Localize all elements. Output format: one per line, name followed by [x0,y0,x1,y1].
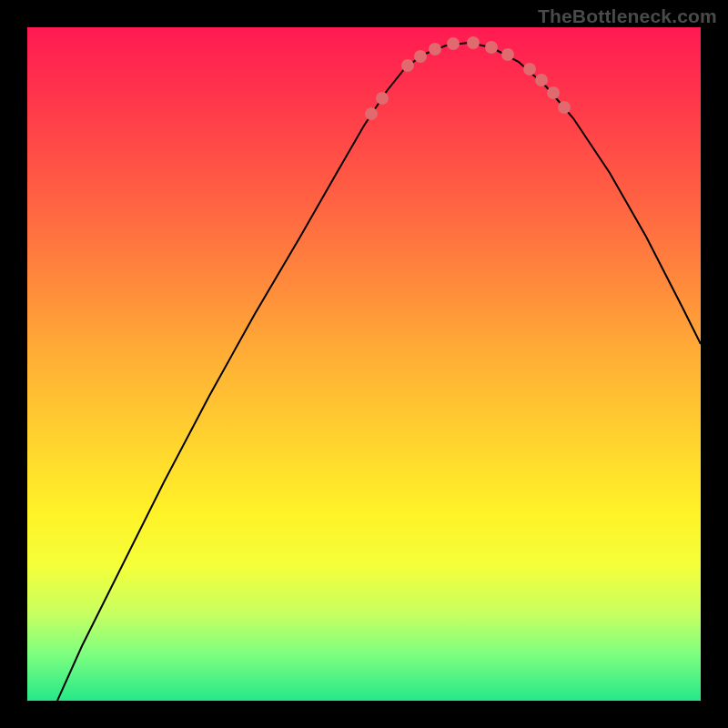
marker-dot [376,92,389,105]
marker-dot [467,36,480,49]
marker-dot [523,63,536,76]
bottleneck-curve [57,43,701,701]
marker-dot [501,48,514,61]
marker-dot [547,86,560,99]
marker-dot [429,43,441,56]
marker-group [365,36,571,120]
marker-dot [414,50,427,63]
marker-dot [447,37,460,50]
chart-svg [27,27,701,701]
marker-dot [535,74,548,86]
marker-dot [558,101,571,114]
marker-dot [365,107,378,120]
watermark-text: TheBottleneck.com [538,5,717,27]
marker-dot [401,59,414,72]
marker-dot [485,41,498,54]
plot-area [27,27,701,701]
